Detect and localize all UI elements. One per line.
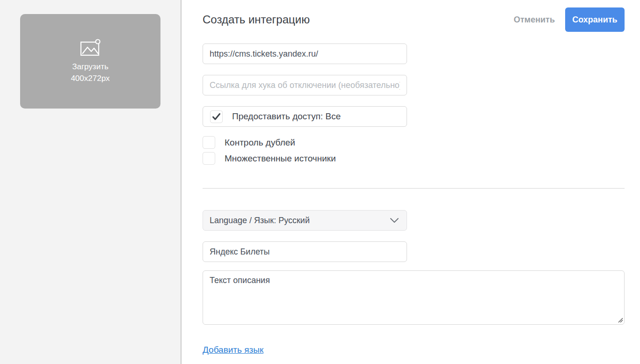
chevron-down-icon [390,218,399,223]
duplicates-checkbox-label: Контроль дублей [225,138,295,148]
section-divider [203,188,625,189]
checkmark-icon [212,113,220,120]
page-title: Создать интеграцию [203,13,310,26]
multiple-sources-checkbox-label: Множественные источники [225,153,336,164]
duplicates-option-row[interactable]: Контроль дублей [203,136,640,149]
multiple-sources-checkbox[interactable] [203,152,215,165]
language-select-value: Language / Язык: Русский [210,216,310,226]
image-upload-dropzone[interactable]: Загрузить 400x272px [20,14,160,109]
access-checkbox-label: Предоставить доступ: Все [232,111,341,122]
image-upload-icon [80,38,101,56]
cancel-button[interactable]: Отменить [514,15,555,25]
add-language-link[interactable]: Добавить язык [203,345,263,355]
integration-name-input[interactable] [203,241,407,262]
left-panel: Загрузить 400x272px [0,0,182,364]
description-textarea[interactable]: Текст описания [203,270,625,325]
form-header: Создать интеграцию Отменить Сохранить [203,7,625,32]
main-content: Создать интеграцию Отменить Сохранить Пр… [182,0,640,364]
header-actions: Отменить Сохранить [514,7,625,32]
description-field-wrap: Текст описания [203,270,625,325]
hook-url-input[interactable] [203,75,407,95]
access-option-box[interactable]: Предоставить доступ: Все [203,106,407,127]
language-select[interactable]: Language / Язык: Русский [203,210,407,231]
upload-label: Загрузить [72,61,109,73]
access-checkbox[interactable] [210,110,223,123]
upload-size-hint: 400x272px [71,73,109,84]
duplicates-checkbox[interactable] [203,136,215,149]
integration-url-input[interactable] [203,44,407,64]
multiple-sources-option-row[interactable]: Множественные источники [203,152,640,165]
save-button[interactable]: Сохранить [565,7,625,32]
